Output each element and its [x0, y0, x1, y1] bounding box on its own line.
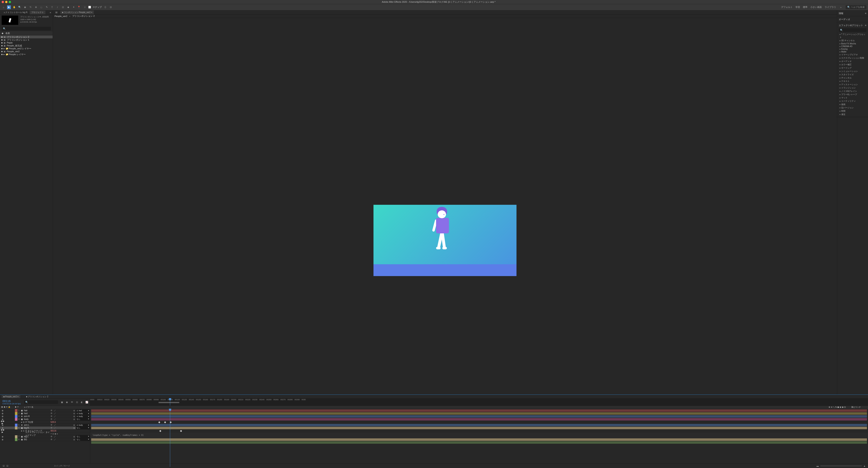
panel-menu-icon[interactable]: » — [50, 11, 51, 14]
preset-category[interactable]: イマーシブビデオ — [839, 53, 866, 56]
preset-category[interactable]: オーディオ — [839, 60, 866, 63]
track-row[interactable] — [90, 409, 868, 412]
track-row[interactable] — [90, 424, 868, 427]
help-search[interactable]: 🔍 ヘルプを検索 — [846, 5, 866, 9]
project-tab[interactable]: プロジェクト — [30, 10, 45, 14]
zoom-tool[interactable]: 🔍 — [18, 5, 22, 9]
track-row[interactable] — [90, 418, 868, 421]
track-row[interactable] — [90, 441, 868, 444]
switch-mode-button[interactable]: スイッチ / モード — [54, 465, 70, 467]
track-row[interactable] — [90, 427, 868, 430]
info-panel-label[interactable]: 情報 — [839, 12, 843, 15]
project-item[interactable]: ■▣Peple — [0, 41, 53, 44]
breadcrumb-item[interactable]: People_ver2 — [55, 15, 67, 18]
preset-category[interactable]: ノイズ&グレイン — [839, 90, 866, 93]
preset-category[interactable]: キーイング — [839, 66, 866, 70]
preset-category[interactable]: マット — [839, 96, 866, 99]
workspace-standard[interactable]: 標準 — [803, 6, 807, 9]
name-column[interactable]: 名前 — [5, 32, 10, 35]
layer-row[interactable]: ◉5★arm L⊕／⊙4. body▾ — [0, 424, 90, 427]
toggle-switches-icon[interactable]: ⊡ — [2, 464, 5, 468]
puppet-tool[interactable]: 📍 — [77, 5, 81, 9]
workspace-default[interactable]: デフォルト — [781, 6, 793, 9]
track-row[interactable] — [90, 438, 868, 441]
preset-category[interactable]: 3D チャンネル — [839, 39, 866, 42]
text-tool[interactable]: T — [50, 5, 54, 9]
orbit-tool[interactable]: ◉ — [23, 5, 27, 9]
project-item[interactable]: ■▣プリコンポジション 1 — [0, 38, 53, 41]
layer-row[interactable]: ◉4▣body⊕／⊙なし▾ — [0, 418, 90, 421]
layer-row[interactable]: ◉6▣leg R.⊕／⊙なし▾ — [0, 427, 90, 430]
layer-row[interactable]: ◉3★arm R⊕／⊙4. body▾ — [0, 415, 90, 418]
preset-category[interactable]: ユーティリティ — [839, 99, 866, 103]
preset-category[interactable]: Boris FX Mocha — [839, 42, 866, 45]
project-item[interactable]: ■▣People_仮完成 — [0, 44, 53, 47]
zoom-in-icon[interactable]: ▲ — [863, 464, 866, 468]
preset-category[interactable]: ディストーション — [839, 83, 866, 86]
snap-checkbox[interactable] — [88, 6, 91, 8]
track-row[interactable]: loopOut(type = "cycle", numKeyframes = 0… — [90, 432, 868, 438]
preset-category[interactable]: カラー補正 — [839, 63, 866, 66]
minimize-button[interactable] — [5, 1, 7, 3]
preset-category[interactable]: 旧バージョン — [839, 106, 866, 110]
timeline-search[interactable]: 🔍 — [24, 400, 58, 404]
snap-option-icon[interactable]: ⟨⟩ — [103, 5, 107, 9]
preset-category[interactable]: CINEMA 4D — [839, 45, 866, 48]
preset-category[interactable]: シミュレーション — [839, 70, 866, 73]
preset-category[interactable]: Matte — [839, 50, 866, 53]
project-item[interactable]: ■▣プリコンポジション 2 — [0, 35, 53, 38]
toggle-transfer-icon[interactable]: ⊡ — [5, 464, 9, 468]
comp-tab[interactable]: ■ コンポジション People_ver2 ≡ — [60, 10, 94, 14]
shy-icon[interactable]: 👁 — [70, 400, 74, 404]
playhead-line[interactable] — [170, 409, 170, 467]
motion-blur-icon[interactable]: ◐ — [80, 400, 84, 404]
project-item[interactable]: ■▸📁People_ver2 レイヤー — [0, 47, 53, 50]
panel-menu-icon[interactable]: ≡ — [865, 24, 866, 27]
preset-category[interactable]: Keying — [839, 48, 866, 50]
preset-category[interactable]: トランジション — [839, 86, 866, 90]
current-frame[interactable]: 00116 — [2, 399, 21, 403]
preset-category[interactable]: 時間 — [839, 110, 866, 113]
preset-category[interactable]: ブラー&シャープ — [839, 93, 866, 96]
layer-icon[interactable]: ▤ — [55, 10, 58, 14]
draft3d-icon[interactable]: ◉ — [65, 400, 69, 404]
snap-toggle-icon[interactable]: ⊡ — [109, 5, 113, 9]
track-row[interactable] — [90, 430, 868, 432]
layer-row[interactable]: ◀ ◆ ▶▸ ⊙ ⏱ Y位置528.6 — [0, 421, 90, 424]
roto-tool[interactable]: ✦ — [72, 5, 75, 9]
effects-panel-label[interactable]: エフェクト&プリセット — [839, 24, 863, 27]
timeline-ruler[interactable]: 0000000100002000030000400005000060000700… — [90, 399, 868, 406]
work-area[interactable] — [159, 402, 179, 403]
frame-blend-icon[interactable]: ⊡ — [75, 400, 79, 404]
label-icon[interactable]: ◆ — [2, 32, 3, 35]
anchor-tool[interactable]: ⊕ — [34, 5, 38, 9]
pen-tool[interactable]: ✎ — [45, 5, 49, 9]
preset-category[interactable]: 遠近 — [839, 113, 866, 116]
workspace-small[interactable]: 小さい画面 — [810, 6, 822, 9]
selection-tool[interactable]: ▶ — [7, 5, 11, 9]
graph-icon[interactable]: 📈 — [85, 400, 89, 404]
track-row[interactable] — [90, 412, 868, 415]
project-item[interactable]: ■▸📁People レイヤー — [0, 53, 53, 56]
layer-row[interactable]: ◉8▣BG⊕／⊙なし▾ — [0, 438, 90, 441]
preset-category[interactable]: 描画 — [839, 103, 866, 106]
local-axis-icon[interactable]: ⊹ — [83, 5, 87, 9]
track-row[interactable] — [90, 415, 868, 418]
workspace-learn[interactable]: 学習 — [796, 6, 800, 9]
eraser-tool[interactable]: ◆ — [66, 5, 70, 9]
preset-category[interactable]: テキスト — [839, 80, 866, 83]
home-icon[interactable]: ⌂ — [2, 5, 5, 9]
preset-category[interactable]: スタイライズ — [839, 73, 866, 76]
rotate-tool[interactable]: ↻ — [29, 5, 32, 9]
brush-tool[interactable]: / — [56, 5, 59, 9]
track-area[interactable]: loopOut(type = "cycle", numKeyframes = 0… — [90, 409, 868, 467]
project-search[interactable]: 🔍 — [2, 27, 51, 30]
layer-row[interactable]: ◉2▣hed⊕／⊙4. body▾ — [0, 412, 90, 415]
shape-tool[interactable]: □ — [39, 5, 43, 9]
zoom-out-icon[interactable]: ▬ — [816, 464, 819, 468]
preset-category[interactable]: * アニメーションプリセット — [839, 33, 866, 39]
zoom-slider[interactable] — [820, 466, 862, 466]
track-row[interactable] — [90, 421, 868, 424]
panel-menu-icon[interactable]: ≡ — [865, 12, 866, 14]
workspace-library[interactable]: ライブラリ — [825, 6, 836, 9]
